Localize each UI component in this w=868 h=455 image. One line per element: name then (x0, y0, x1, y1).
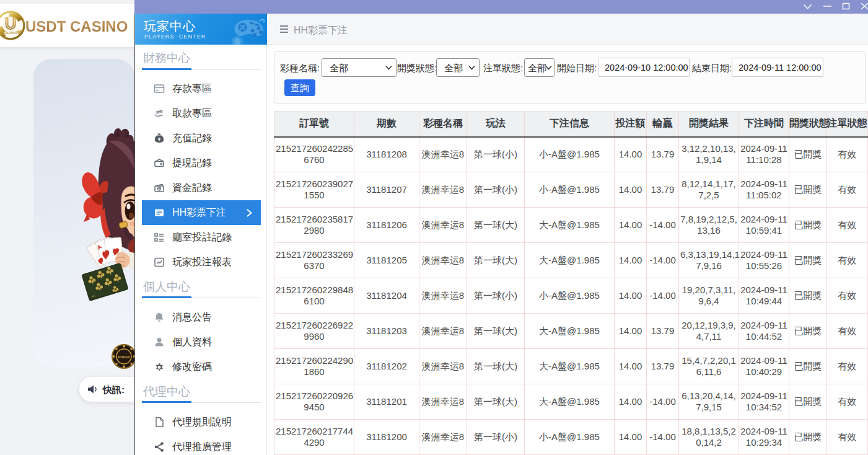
svg-text:CASINO: CASINO (4, 31, 18, 35)
svg-text:POKER: POKER (118, 355, 130, 359)
